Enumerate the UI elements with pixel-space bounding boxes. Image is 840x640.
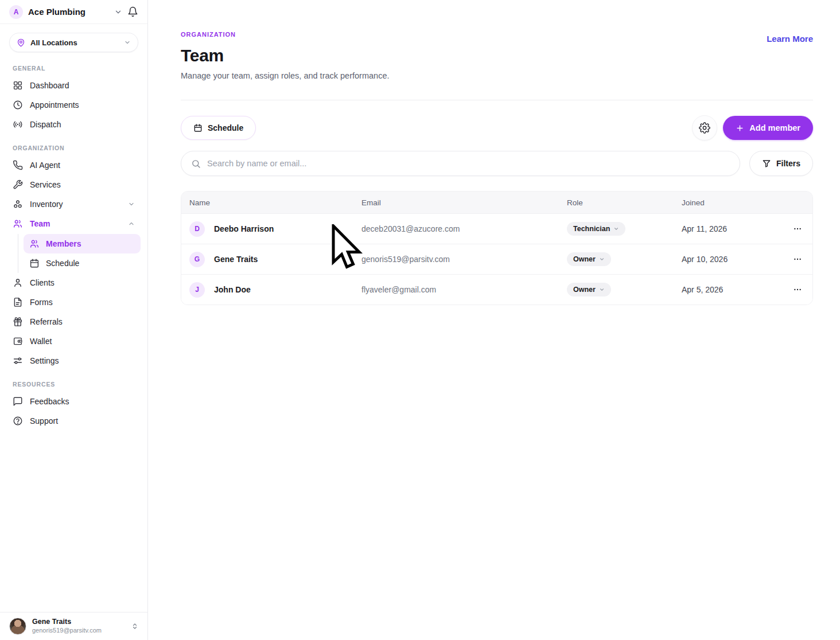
wrench-icon xyxy=(13,179,23,190)
map-pin-icon xyxy=(17,38,25,47)
column-header-email: Email xyxy=(361,198,567,207)
page-header: ORGANIZATION Team Manage your team, assi… xyxy=(181,31,813,80)
sliders-icon xyxy=(13,356,23,366)
sidebar-item-inventory[interactable]: Inventory xyxy=(7,194,141,214)
sidebar-item-referrals[interactable]: Referrals xyxy=(7,312,141,331)
sidebar-item-label: Settings xyxy=(30,356,59,365)
page-subtitle: Manage your team, assign roles, and trac… xyxy=(181,71,389,80)
sidebar-item-label: Clients xyxy=(30,278,55,287)
table-row[interactable]: D Deebo Harrison deceb20031@azucore.com … xyxy=(181,213,812,244)
member-avatar: G xyxy=(189,252,205,267)
sidebar-item-team[interactable]: Team xyxy=(7,214,141,233)
toolbar-right: Add member xyxy=(692,115,813,141)
table-row[interactable]: G Gene Traits genoris519@parsitv.com Own… xyxy=(181,244,812,274)
sidebar: A Ace Plumbing All Locations GENERAL Das… xyxy=(0,0,148,640)
sidebar-item-label: Services xyxy=(30,180,61,189)
gift-icon xyxy=(13,317,23,327)
sidebar-item-label: Team xyxy=(30,219,50,228)
funnel-icon xyxy=(762,159,771,168)
search-icon xyxy=(191,159,201,169)
chevron-down-icon xyxy=(599,256,605,262)
filters-button-label: Filters xyxy=(776,159,800,168)
calendar-icon xyxy=(193,123,203,132)
sidebar-item-services[interactable]: Services xyxy=(7,175,141,194)
role-dropdown[interactable]: Owner xyxy=(567,252,611,266)
sidebar-item-appointments[interactable]: Appointments xyxy=(7,95,141,115)
workspace-avatar: A xyxy=(9,5,23,19)
user-avatar xyxy=(9,618,26,635)
chevron-up-icon xyxy=(128,220,135,227)
sidebar-item-label: Forms xyxy=(30,298,53,307)
sidebar-item-dashboard[interactable]: Dashboard xyxy=(7,76,141,95)
toolbar: Schedule Add member xyxy=(181,115,813,141)
sidebar-item-ai-agent[interactable]: AI Agent xyxy=(7,155,141,175)
member-joined-date: Apr 5, 2026 xyxy=(682,285,791,294)
member-name: Gene Traits xyxy=(214,255,258,264)
sidebar-item-label: Members xyxy=(46,239,81,248)
add-member-button[interactable]: Add member xyxy=(723,116,813,140)
sidebar-item-support[interactable]: Support xyxy=(7,411,141,431)
sidebar-item-members[interactable]: Members xyxy=(24,234,141,253)
dashboard-grid-icon xyxy=(13,80,23,91)
user-email: genoris519@parsitv.com xyxy=(32,627,102,635)
calendar-icon xyxy=(29,258,40,268)
users-icon xyxy=(13,218,23,229)
sidebar-item-label: AI Agent xyxy=(30,161,60,170)
boxes-icon xyxy=(13,199,23,209)
bell-icon[interactable] xyxy=(127,6,138,17)
member-actions-cell xyxy=(791,252,804,266)
table-row[interactable]: J John Doe flyaveler@gmail.com Owner Apr… xyxy=(181,274,812,305)
workspace-name: Ace Plumbing xyxy=(28,7,85,17)
member-avatar: J xyxy=(189,282,205,298)
column-header-joined: Joined xyxy=(682,198,791,207)
sidebar-item-dispatch[interactable]: Dispatch xyxy=(7,115,141,134)
column-header-role: Role xyxy=(567,198,682,207)
member-name: Deebo Harrison xyxy=(214,224,274,233)
settings-gear-button[interactable] xyxy=(692,115,717,141)
sidebar-item-label: Feedbacks xyxy=(30,397,69,406)
current-user-card[interactable]: Gene Traits genoris519@parsitv.com xyxy=(0,612,147,640)
search-input[interactable] xyxy=(207,159,730,168)
sidebar-item-wallet[interactable]: Wallet xyxy=(7,331,141,351)
role-label: Owner xyxy=(573,286,596,294)
sidebar-item-settings[interactable]: Settings xyxy=(7,351,141,370)
sidebar-item-forms[interactable]: Forms xyxy=(7,292,141,312)
chevron-down-icon[interactable] xyxy=(114,8,122,16)
user-meta: Gene Traits genoris519@parsitv.com xyxy=(32,618,102,634)
main-content: ORGANIZATION Team Manage your team, assi… xyxy=(148,0,840,640)
sidebar-item-label: Inventory xyxy=(30,200,63,209)
user-icon xyxy=(13,278,23,288)
wallet-icon xyxy=(13,336,23,346)
unfold-more-icon[interactable] xyxy=(131,622,138,630)
sidebar-item-team-schedule[interactable]: Schedule xyxy=(24,253,141,273)
sidebar-nav: GENERAL Dashboard Appointments Dispatch … xyxy=(0,52,147,431)
row-menu-icon[interactable] xyxy=(791,222,804,236)
plus-icon xyxy=(736,124,744,132)
user-name: Gene Traits xyxy=(32,618,102,627)
workspace-switcher[interactable]: A Ace Plumbing xyxy=(0,0,147,24)
gear-icon xyxy=(699,122,710,134)
members-table: Name Email Role Joined D Deebo Harrison … xyxy=(181,191,813,305)
role-dropdown[interactable]: Owner xyxy=(567,283,611,296)
team-submenu: Members Schedule xyxy=(18,234,141,273)
role-dropdown[interactable]: Technician xyxy=(567,222,625,236)
phone-icon xyxy=(13,160,23,170)
row-menu-icon[interactable] xyxy=(791,283,804,296)
file-text-icon xyxy=(13,297,23,307)
schedule-button-label: Schedule xyxy=(208,123,243,132)
sidebar-item-feedbacks[interactable]: Feedbacks xyxy=(7,392,141,411)
member-email: deceb20031@azucore.com xyxy=(361,224,567,233)
learn-more-link[interactable]: Learn More xyxy=(767,34,813,44)
schedule-button[interactable]: Schedule xyxy=(181,116,256,140)
role-label: Technician xyxy=(573,225,610,233)
filters-button[interactable]: Filters xyxy=(749,151,813,176)
broadcast-icon xyxy=(13,119,23,130)
sidebar-item-clients[interactable]: Clients xyxy=(7,273,141,292)
sidebar-item-label: Wallet xyxy=(30,337,52,346)
member-actions-cell xyxy=(791,222,804,236)
page-header-left: ORGANIZATION Team Manage your team, assi… xyxy=(181,31,389,80)
section-label-organization: ORGANIZATION xyxy=(13,145,135,151)
row-menu-icon[interactable] xyxy=(791,252,804,266)
location-selector[interactable]: All Locations xyxy=(9,33,138,52)
sidebar-item-label: Schedule xyxy=(46,259,79,268)
